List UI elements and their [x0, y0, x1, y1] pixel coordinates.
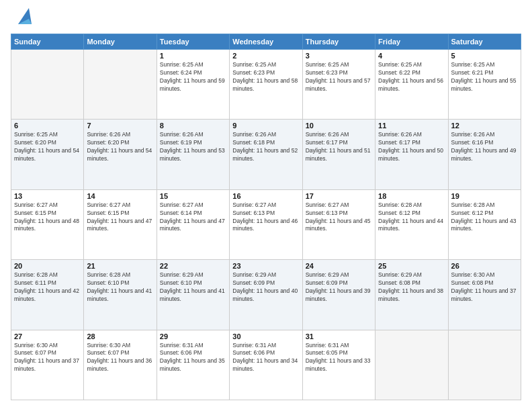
calendar-cell: 20Sunrise: 6:28 AMSunset: 6:11 PMDayligh…: [11, 260, 84, 330]
day-number: 7: [87, 122, 153, 130]
day-info: Sunrise: 6:27 AMSunset: 6:15 PMDaylight:…: [87, 201, 153, 234]
day-info: Sunrise: 6:25 AMSunset: 6:24 PMDaylight:…: [160, 61, 226, 93]
day-info: Sunrise: 6:25 AMSunset: 6:23 PMDaylight:…: [306, 61, 372, 93]
logo: [11, 11, 34, 27]
calendar-cell: [11, 50, 84, 120]
day-info: Sunrise: 6:27 AMSunset: 6:14 PMDaylight:…: [160, 201, 226, 234]
day-number: 20: [14, 262, 81, 270]
calendar-cell: 30Sunrise: 6:31 AMSunset: 6:06 PMDayligh…: [230, 330, 302, 400]
day-number: 5: [451, 52, 518, 60]
calendar-cell: 21Sunrise: 6:28 AMSunset: 6:10 PMDayligh…: [84, 260, 157, 330]
day-info: Sunrise: 6:31 AMSunset: 6:05 PMDaylight:…: [306, 342, 372, 374]
day-info: Sunrise: 6:27 AMSunset: 6:13 PMDaylight:…: [306, 201, 372, 234]
day-number: 1: [160, 52, 226, 60]
calendar-header-saturday: Saturday: [448, 34, 521, 50]
calendar-cell: 4Sunrise: 6:25 AMSunset: 6:22 PMDaylight…: [375, 50, 448, 120]
day-number: 29: [160, 332, 226, 340]
calendar-header-sunday: Sunday: [11, 34, 84, 50]
day-number: 24: [306, 262, 372, 270]
calendar-cell: 7Sunrise: 6:26 AMSunset: 6:20 PMDaylight…: [84, 120, 157, 189]
day-info: Sunrise: 6:29 AMSunset: 6:09 PMDaylight:…: [232, 271, 299, 304]
calendar-cell: 10Sunrise: 6:26 AMSunset: 6:17 PMDayligh…: [302, 120, 375, 189]
day-number: 12: [451, 122, 518, 130]
day-info: Sunrise: 6:29 AMSunset: 6:08 PMDaylight:…: [378, 271, 445, 304]
day-number: 25: [378, 262, 445, 270]
day-number: 16: [232, 192, 299, 200]
calendar-cell: 27Sunrise: 6:30 AMSunset: 6:07 PMDayligh…: [11, 330, 84, 400]
day-info: Sunrise: 6:26 AMSunset: 6:17 PMDaylight:…: [306, 131, 372, 163]
day-number: 21: [87, 262, 153, 270]
day-info: Sunrise: 6:26 AMSunset: 6:18 PMDaylight:…: [232, 131, 299, 163]
calendar-header-wednesday: Wednesday: [230, 34, 302, 50]
day-info: Sunrise: 6:28 AMSunset: 6:12 PMDaylight:…: [378, 201, 445, 234]
day-info: Sunrise: 6:29 AMSunset: 6:09 PMDaylight:…: [306, 271, 372, 304]
calendar-cell: 17Sunrise: 6:27 AMSunset: 6:13 PMDayligh…: [302, 189, 375, 259]
day-info: Sunrise: 6:28 AMSunset: 6:10 PMDaylight:…: [87, 271, 153, 304]
header: [11, 11, 521, 27]
calendar-week-row: 6Sunrise: 6:25 AMSunset: 6:20 PMDaylight…: [11, 120, 521, 189]
day-info: Sunrise: 6:27 AMSunset: 6:13 PMDaylight:…: [232, 201, 299, 234]
calendar-cell: 9Sunrise: 6:26 AMSunset: 6:18 PMDaylight…: [230, 120, 302, 189]
calendar-cell: 5Sunrise: 6:25 AMSunset: 6:21 PMDaylight…: [448, 50, 521, 120]
calendar-cell: 29Sunrise: 6:31 AMSunset: 6:06 PMDayligh…: [157, 330, 229, 400]
day-number: 6: [14, 122, 81, 130]
day-number: 30: [232, 332, 299, 340]
calendar-cell: [448, 330, 521, 400]
day-info: Sunrise: 6:26 AMSunset: 6:19 PMDaylight:…: [160, 131, 226, 163]
calendar-cell: 6Sunrise: 6:25 AMSunset: 6:20 PMDaylight…: [11, 120, 84, 189]
page: SundayMondayTuesdayWednesdayThursdayFrid…: [0, 0, 532, 411]
day-number: 31: [306, 332, 372, 340]
day-number: 2: [232, 52, 299, 60]
day-info: Sunrise: 6:25 AMSunset: 6:20 PMDaylight:…: [14, 131, 81, 163]
day-info: Sunrise: 6:28 AMSunset: 6:11 PMDaylight:…: [14, 271, 81, 304]
day-info: Sunrise: 6:30 AMSunset: 6:07 PMDaylight:…: [87, 342, 153, 374]
calendar-cell: 26Sunrise: 6:30 AMSunset: 6:08 PMDayligh…: [448, 260, 521, 330]
calendar-cell: 11Sunrise: 6:26 AMSunset: 6:17 PMDayligh…: [375, 120, 448, 189]
day-info: Sunrise: 6:26 AMSunset: 6:16 PMDaylight:…: [451, 131, 518, 163]
calendar-cell: 3Sunrise: 6:25 AMSunset: 6:23 PMDaylight…: [302, 50, 375, 120]
day-number: 4: [378, 52, 445, 60]
day-number: 11: [378, 122, 445, 130]
logo-icon: [13, 5, 34, 27]
day-info: Sunrise: 6:28 AMSunset: 6:12 PMDaylight:…: [451, 201, 518, 234]
calendar-cell: 15Sunrise: 6:27 AMSunset: 6:14 PMDayligh…: [157, 189, 229, 259]
calendar-cell: 13Sunrise: 6:27 AMSunset: 6:15 PMDayligh…: [11, 189, 84, 259]
day-info: Sunrise: 6:30 AMSunset: 6:07 PMDaylight:…: [14, 342, 81, 374]
calendar-header-row: SundayMondayTuesdayWednesdayThursdayFrid…: [11, 34, 521, 50]
day-number: 3: [306, 52, 372, 60]
calendar-cell: 16Sunrise: 6:27 AMSunset: 6:13 PMDayligh…: [230, 189, 302, 259]
day-number: 18: [378, 192, 445, 200]
calendar-header-friday: Friday: [375, 34, 448, 50]
day-number: 15: [160, 192, 226, 200]
calendar-header-monday: Monday: [84, 34, 157, 50]
calendar-cell: 25Sunrise: 6:29 AMSunset: 6:08 PMDayligh…: [375, 260, 448, 330]
day-number: 28: [87, 332, 153, 340]
day-number: 10: [306, 122, 372, 130]
calendar-cell: [375, 330, 448, 400]
calendar-cell: 18Sunrise: 6:28 AMSunset: 6:12 PMDayligh…: [375, 189, 448, 259]
day-info: Sunrise: 6:31 AMSunset: 6:06 PMDaylight:…: [160, 342, 226, 374]
day-info: Sunrise: 6:25 AMSunset: 6:23 PMDaylight:…: [232, 61, 299, 93]
calendar-cell: 1Sunrise: 6:25 AMSunset: 6:24 PMDaylight…: [157, 50, 229, 120]
calendar-cell: 8Sunrise: 6:26 AMSunset: 6:19 PMDaylight…: [157, 120, 229, 189]
day-number: 22: [160, 262, 226, 270]
calendar-cell: 12Sunrise: 6:26 AMSunset: 6:16 PMDayligh…: [448, 120, 521, 189]
calendar-cell: 22Sunrise: 6:29 AMSunset: 6:10 PMDayligh…: [157, 260, 229, 330]
calendar-cell: 19Sunrise: 6:28 AMSunset: 6:12 PMDayligh…: [448, 189, 521, 259]
day-number: 13: [14, 192, 81, 200]
calendar-cell: 24Sunrise: 6:29 AMSunset: 6:09 PMDayligh…: [302, 260, 375, 330]
day-number: 19: [451, 192, 518, 200]
day-number: 23: [232, 262, 299, 270]
calendar-week-row: 27Sunrise: 6:30 AMSunset: 6:07 PMDayligh…: [11, 330, 521, 400]
day-number: 9: [232, 122, 299, 130]
day-number: 8: [160, 122, 226, 130]
calendar-cell: 14Sunrise: 6:27 AMSunset: 6:15 PMDayligh…: [84, 189, 157, 259]
calendar-week-row: 13Sunrise: 6:27 AMSunset: 6:15 PMDayligh…: [11, 189, 521, 259]
day-info: Sunrise: 6:26 AMSunset: 6:20 PMDaylight:…: [87, 131, 153, 163]
calendar-cell: [84, 50, 157, 120]
calendar-week-row: 20Sunrise: 6:28 AMSunset: 6:11 PMDayligh…: [11, 260, 521, 330]
day-number: 14: [87, 192, 153, 200]
day-info: Sunrise: 6:31 AMSunset: 6:06 PMDaylight:…: [232, 342, 299, 374]
day-number: 27: [14, 332, 81, 340]
day-number: 26: [451, 262, 518, 270]
